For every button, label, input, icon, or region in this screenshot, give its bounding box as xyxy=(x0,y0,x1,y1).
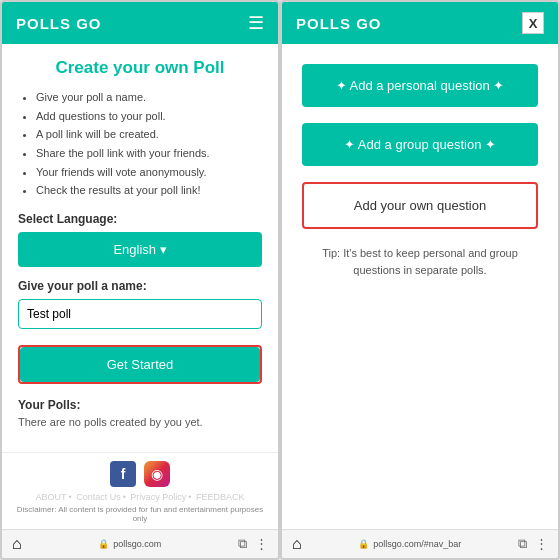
your-polls-title: Your Polls: xyxy=(18,398,262,412)
right-content: ✦ Add a personal question ✦ ✦ Add a grou… xyxy=(282,44,558,292)
bullet-5: Your friends will vote anonymously. xyxy=(36,163,262,182)
poll-name-input[interactable] xyxy=(18,299,262,329)
bullet-2: Add questions to your poll. xyxy=(36,107,262,126)
feedback-link[interactable]: FEEDBACK xyxy=(196,492,245,502)
instagram-icon[interactable]: ◉ xyxy=(144,461,170,487)
no-polls-text: There are no polls created by you yet. xyxy=(18,416,262,428)
poll-name-label: Give your poll a name: xyxy=(18,279,262,293)
about-link[interactable]: ABOUT xyxy=(35,492,66,502)
disclaimer-text: Disclaimer: All content is provided for … xyxy=(12,505,268,523)
right-url-text[interactable]: pollsgo.com/#nav_bar xyxy=(373,539,461,549)
bullet-3: A poll link will be created. xyxy=(36,125,262,144)
privacy-link[interactable]: Privacy Policy xyxy=(130,492,186,502)
right-home-icon[interactable]: ⌂ xyxy=(292,535,302,553)
right-header: POLLS GO X xyxy=(282,2,558,44)
personal-question-button[interactable]: ✦ Add a personal question ✦ xyxy=(302,64,538,107)
own-question-button[interactable]: Add your own question xyxy=(302,182,538,229)
bottom-bar-icons: ⧉ ⋮ xyxy=(238,536,268,552)
left-footer: f ◉ ABOUT• Contact Us• Privacy Policy• F… xyxy=(2,452,278,529)
left-bottom-bar: ⌂ 🔒 pollsgo.com ⧉ ⋮ xyxy=(2,529,278,558)
left-phone: POLLS GO ☰ Create your own Poll Give you… xyxy=(0,0,280,560)
spacer xyxy=(282,292,558,529)
screens-container: POLLS GO ☰ Create your own Poll Give you… xyxy=(0,0,560,560)
menu-icon[interactable]: ☰ xyxy=(248,12,264,34)
more-icon[interactable]: ⋮ xyxy=(255,536,268,552)
close-button[interactable]: X xyxy=(522,12,544,34)
poll-name-wrap xyxy=(18,299,262,337)
social-icons: f ◉ xyxy=(12,461,268,487)
page-title: Create your own Poll xyxy=(18,58,262,78)
home-icon[interactable]: ⌂ xyxy=(12,535,22,553)
right-phone: POLLS GO X ✦ Add a personal question ✦ ✦… xyxy=(280,0,560,560)
right-logo: POLLS GO xyxy=(296,15,382,32)
instructions-list: Give your poll a name. Add questions to … xyxy=(18,88,262,200)
tip-text: Tip: It's best to keep personal and grou… xyxy=(302,245,538,278)
right-tab-icon[interactable]: ⧉ xyxy=(518,536,527,552)
language-select-wrap: English ▾ xyxy=(18,232,262,267)
right-lock-icon: 🔒 xyxy=(358,539,369,549)
bullet-6: Check the results at your poll link! xyxy=(36,181,262,200)
footer-links: ABOUT• Contact Us• Privacy Policy• FEEDB… xyxy=(12,492,268,502)
bullet-4: Share the poll link with your friends. xyxy=(36,144,262,163)
language-label: Select Language: xyxy=(18,212,262,226)
tab-icon[interactable]: ⧉ xyxy=(238,536,247,552)
right-bottom-bar-icons: ⧉ ⋮ xyxy=(518,536,548,552)
get-started-button[interactable]: Get Started xyxy=(20,347,260,382)
left-header: POLLS GO ☰ xyxy=(2,2,278,44)
right-bottom-bar: ⌂ 🔒 pollsgo.com/#nav_bar ⧉ ⋮ xyxy=(282,529,558,558)
get-started-wrap: Get Started xyxy=(18,345,262,384)
left-url-bar: 🔒 pollsgo.com xyxy=(98,539,161,549)
right-url-bar: 🔒 pollsgo.com/#nav_bar xyxy=(358,539,461,549)
facebook-icon[interactable]: f xyxy=(110,461,136,487)
bullet-1: Give your poll a name. xyxy=(36,88,262,107)
contact-link[interactable]: Contact Us xyxy=(76,492,121,502)
left-logo: POLLS GO xyxy=(16,15,102,32)
url-text[interactable]: pollsgo.com xyxy=(113,539,161,549)
language-button[interactable]: English ▾ xyxy=(18,232,262,267)
right-more-icon[interactable]: ⋮ xyxy=(535,536,548,552)
group-question-button[interactable]: ✦ Add a group question ✦ xyxy=(302,123,538,166)
your-polls-section: Your Polls: There are no polls created b… xyxy=(18,398,262,428)
lock-icon: 🔒 xyxy=(98,539,109,549)
left-content: Create your own Poll Give your poll a na… xyxy=(2,44,278,452)
